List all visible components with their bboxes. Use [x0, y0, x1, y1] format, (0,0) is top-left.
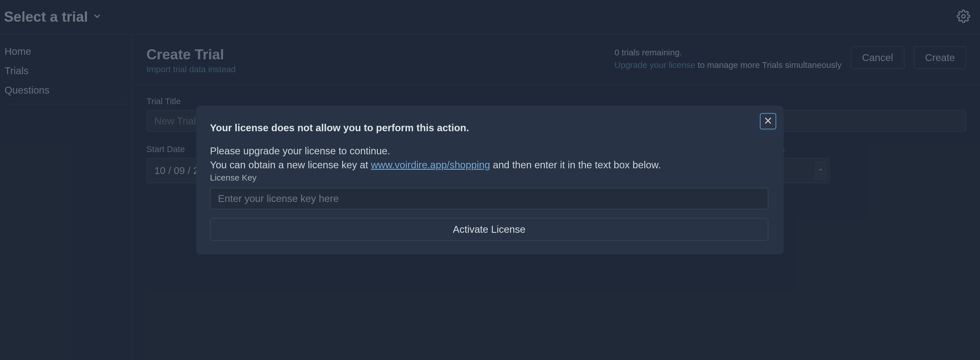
modal-body-text: Please upgrade your license to continue.…: [210, 144, 770, 172]
shopping-link[interactable]: www.voirdire.app/shopping: [371, 159, 490, 170]
modal-line2: You can obtain a new license key at www.…: [210, 158, 770, 172]
modal-title: Your license does not allow you to perfo…: [210, 122, 770, 133]
close-icon: [764, 117, 772, 126]
modal-line2-prefix: You can obtain a new license key at: [210, 159, 371, 170]
modal-line1: Please upgrade your license to continue.: [210, 144, 770, 158]
modal-close-button[interactable]: [760, 113, 776, 130]
modal-overlay[interactable]: Your license does not allow you to perfo…: [0, 0, 980, 360]
license-modal: Your license does not allow you to perfo…: [196, 106, 784, 254]
modal-line2-suffix: and then enter it in the text box below.: [490, 159, 661, 170]
license-key-input[interactable]: [210, 188, 768, 210]
license-key-label: License Key: [210, 173, 770, 182]
activate-license-button[interactable]: Activate License: [210, 218, 768, 241]
app-root: Select a trial Home Trials Questions: [0, 0, 980, 360]
